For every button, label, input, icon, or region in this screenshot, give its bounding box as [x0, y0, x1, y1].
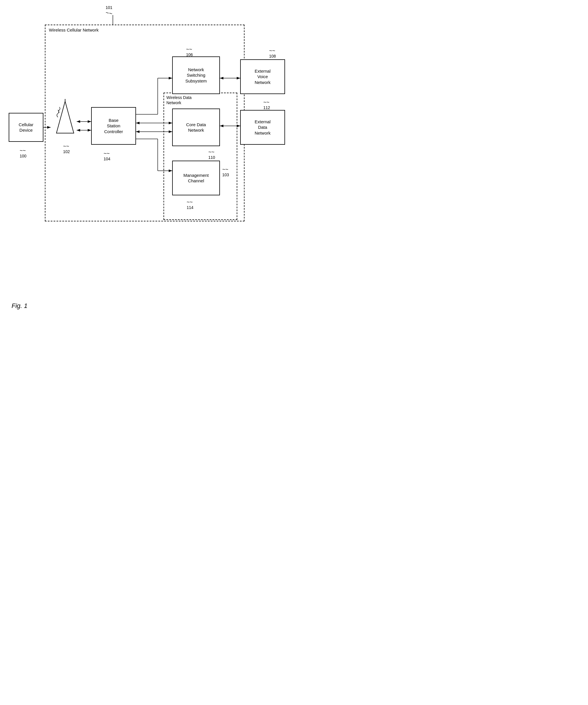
core-data-network-box: Core Data Network	[172, 108, 220, 146]
wireless-cellular-network-label: Wireless Cellular Network	[49, 28, 99, 33]
ref-108: ~~ 108	[269, 48, 276, 58]
base-station-controller-box: Base Station Controller	[91, 107, 136, 145]
ref-106: ~~ 106	[186, 46, 193, 57]
figure-label: Fig. 1	[11, 302, 28, 310]
ref-101: 101 ~~	[106, 5, 112, 16]
external-voice-network-box: External Voice Network	[240, 59, 285, 94]
ref-100: ~~ 100	[20, 148, 26, 158]
network-switching-subsystem-box: Network Switching Subsystem	[172, 56, 220, 94]
antenna-svg	[54, 98, 77, 139]
cellular-device-box: Cellular Device	[9, 113, 43, 142]
management-channel-box: Management Channel	[172, 160, 220, 195]
ref-103: ~~ 103	[222, 167, 229, 177]
ref-102: ~~ 102	[63, 143, 70, 154]
ref-110: ~~ 110	[208, 149, 215, 160]
wireless-data-network-label: Wireless DataNetwork	[166, 95, 192, 105]
external-data-network-box: External Data Network	[240, 110, 285, 145]
ref-104: ~~ 104	[104, 150, 110, 161]
svg-marker-18	[56, 101, 74, 133]
ref-114: ~~ 114	[187, 199, 193, 210]
diagram-container: 101 ~~ Wireless Cellular Network Wireles…	[0, 0, 294, 318]
ref-112: ~~ 112	[263, 99, 270, 110]
